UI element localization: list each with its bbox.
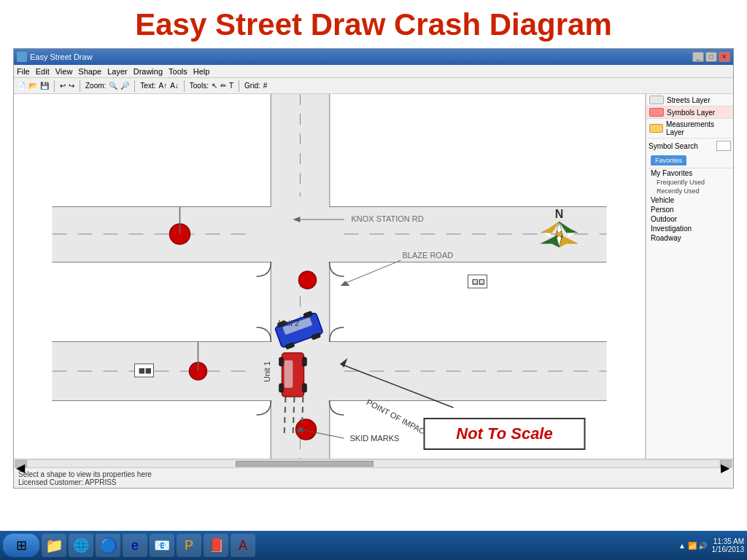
toolbar-font-size-up[interactable]: A↑	[158, 82, 167, 90]
tree-vehicle[interactable]: Vehicle	[646, 195, 733, 205]
svg-rect-55	[303, 357, 307, 366]
streets-layer-label: Streets Layer	[667, 96, 710, 104]
toolbar: 📄 📂 💾 ↩ ↪ Zoom: 🔍 🔎 Text: A↑ A↓ Tools: ↖…	[14, 78, 733, 94]
clock-area: 11:35 AM 1/16/2013	[712, 537, 745, 553]
taskbar-outlook[interactable]: 📧	[150, 534, 174, 557]
svg-rect-53	[285, 360, 293, 388]
main-title: Easy Street Draw Crash Diagram	[0, 7, 747, 42]
toolbar-zoom-in[interactable]: 🔍	[109, 82, 117, 90]
clock-date: 1/16/2013	[712, 545, 745, 553]
tree-frequently-used[interactable]: Frequently Used	[646, 178, 733, 187]
knox-rd-label: KNOX STATION RD	[352, 214, 424, 223]
system-tray: ▲ 📶 🔊 11:35 AM 1/16/2013	[678, 537, 744, 553]
svg-text:N: N	[555, 208, 564, 220]
svg-rect-56	[279, 384, 284, 392]
title-bar: Easy Street Draw _ □ ✕	[14, 49, 733, 65]
poi-text: POINT OF IMPACT	[365, 397, 431, 438]
toolbar-text-label: Text:	[140, 82, 155, 90]
toolbar-grid-label: Grid:	[244, 82, 260, 90]
toolbar-grid-icon[interactable]: #	[263, 82, 268, 90]
drawing-canvas[interactable]: KNOX STATION RD BLAZE ROAD	[14, 94, 646, 459]
menu-bar: File Edit View Shape Layer Drawing Tools…	[14, 65, 733, 78]
tree-person[interactable]: Person	[646, 205, 733, 214]
toolbar-separator-5	[239, 80, 239, 92]
taskbar-acrobat[interactable]: A	[231, 534, 255, 557]
tree-my-favorites[interactable]: My Favorites	[646, 168, 733, 178]
measurements-layer[interactable]: Measurements Layer	[646, 119, 733, 139]
symbols-layer-label: Symbols Layer	[667, 109, 715, 117]
symbol-search-area: Symbol Search Favorites	[646, 139, 733, 168]
measurements-layer-label: Measurements Layer	[666, 120, 730, 136]
main-content: KNOX STATION RD BLAZE ROAD	[14, 94, 733, 459]
menu-file[interactable]: File	[17, 67, 30, 76]
unit2-text: Unit 2	[279, 319, 300, 327]
toolbar-select[interactable]: ↖	[212, 82, 217, 90]
tree-roadway[interactable]: Roadway	[646, 233, 733, 243]
toolbar-separator-4	[184, 80, 185, 92]
skid-marks-text: SKID MARKS	[350, 434, 400, 443]
menu-shape[interactable]: Shape	[78, 67, 101, 76]
symbol-tree: My Favorites Frequently Used Recently Us…	[646, 168, 733, 243]
taskbar-explorer[interactable]: 📁	[42, 534, 66, 557]
toolbar-separator-3	[134, 80, 135, 92]
scroll-right-button[interactable]: ▶	[720, 460, 732, 467]
svg-text:⬛⬛: ⬛⬛	[139, 368, 152, 374]
taskbar-ie[interactable]: 🌐	[69, 534, 93, 557]
menu-view[interactable]: View	[55, 67, 73, 76]
menu-tools[interactable]: Tools	[169, 67, 187, 76]
toolbar-separator-2	[80, 80, 80, 92]
blaze-road-label: BLAZE ROAD	[403, 251, 454, 260]
measurements-layer-icon	[649, 124, 663, 133]
svg-line-23	[344, 260, 401, 284]
toolbar-pencil[interactable]: ✏	[220, 82, 226, 90]
symbols-layer[interactable]: Symbols Layer	[646, 106, 733, 119]
taskbar-ie2[interactable]: e	[123, 534, 147, 557]
toolbar-redo[interactable]: ↪	[69, 82, 74, 90]
window-controls: _ □ ✕	[692, 52, 730, 62]
clock-time: 11:35 AM	[712, 537, 745, 545]
toolbar-separator-1	[54, 80, 55, 92]
toolbar-save[interactable]: 💾	[40, 82, 49, 90]
taskbar: ⊞ 📁 🌐 🔵 e 📧 P 📕 A ▲ 📶 🔊 11:35 AM 1/16/20…	[0, 531, 747, 560]
toolbar-new[interactable]: 📄	[17, 82, 26, 90]
start-button[interactable]: ⊞	[3, 534, 39, 557]
taskbar-reader[interactable]: 📕	[204, 534, 228, 557]
menu-layer[interactable]: Layer	[107, 67, 128, 76]
minimize-button[interactable]: _	[692, 52, 704, 62]
window-title: Easy Street Draw	[30, 52, 93, 61]
svg-rect-9	[271, 94, 330, 207]
svg-rect-12	[271, 207, 330, 262]
tray-icons: ▲ 📶 🔊	[678, 542, 707, 550]
tree-recently-used[interactable]: Recently Used	[646, 187, 733, 195]
streets-layer-icon	[649, 96, 664, 104]
favorites-tab[interactable]: Favorites	[651, 155, 686, 166]
symbols-layer-icon	[649, 108, 664, 117]
slide-title: Easy Street Draw Crash Diagram	[0, 0, 747, 48]
toolbar-tools-label: Tools:	[190, 82, 209, 90]
status-line-1: Select a shape to view its properties he…	[18, 470, 729, 478]
diagram-svg: KNOX STATION RD BLAZE ROAD	[14, 94, 645, 459]
streets-layer[interactable]: Streets Layer	[646, 94, 733, 106]
tree-investigation[interactable]: Investigation	[646, 224, 733, 233]
taskbar-powerpoint[interactable]: P	[177, 534, 201, 557]
svg-rect-57	[303, 384, 307, 392]
taskbar-chrome[interactable]: 🔵	[96, 534, 120, 557]
menu-drawing[interactable]: Drawing	[133, 67, 163, 76]
svg-rect-54	[279, 357, 284, 366]
close-button[interactable]: ✕	[719, 52, 730, 62]
scroll-thumb[interactable]	[236, 461, 374, 467]
svg-point-26	[299, 271, 317, 289]
toolbar-undo[interactable]: ↩	[60, 82, 66, 90]
menu-edit[interactable]: Edit	[36, 67, 50, 76]
horizontal-scrollbar[interactable]: ◀ ▶	[14, 459, 733, 467]
menu-help[interactable]: Help	[193, 67, 210, 76]
scroll-left-button[interactable]: ◀	[15, 460, 27, 467]
symbol-search-input[interactable]	[716, 141, 731, 151]
toolbar-zoom-out[interactable]: 🔎	[120, 82, 129, 90]
toolbar-open[interactable]: 📂	[28, 82, 37, 90]
toolbar-font-size-down[interactable]: A↓	[170, 82, 179, 90]
restore-button[interactable]: □	[705, 52, 717, 62]
status-bar: Select a shape to view its properties he…	[14, 467, 733, 488]
tree-outdoor[interactable]: Outdoor	[646, 214, 733, 224]
toolbar-text-tool[interactable]: T	[229, 82, 233, 90]
